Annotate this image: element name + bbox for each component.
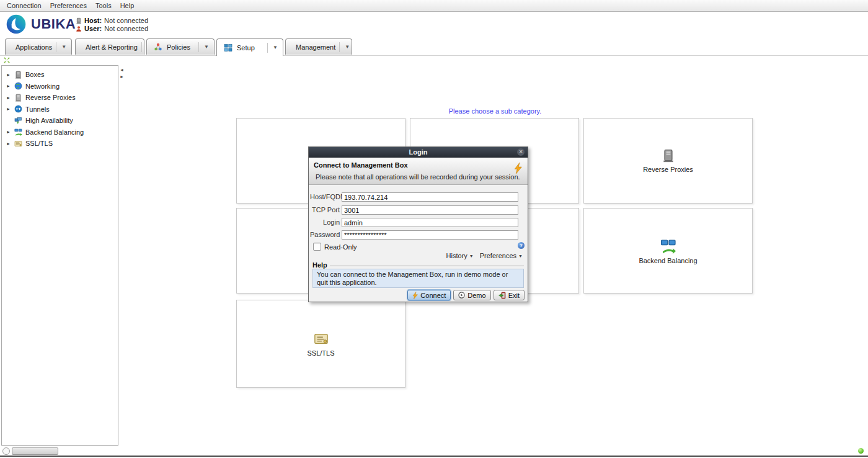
dialog-titlebar[interactable]: Login [309,147,528,158]
tab-applications[interactable]: Applications ▼ [5,38,72,55]
tab-label: Management [296,43,335,51]
sidebar-item-label: Networking [25,83,60,90]
login-dialog: Login ✕ Connect to Management Box Please… [308,146,528,302]
tab-label: Setup [237,44,255,52]
lightning-icon [514,163,522,174]
dialog-heading: Connect to Management Box [314,161,408,169]
tab-label: Alert & Reporting [86,43,138,51]
category-card-ssl-tls[interactable]: SSL/TLS [236,300,405,388]
read-only-label: Read-Only [324,243,357,251]
sidebar-item-label: Tunnels [25,106,50,113]
close-icon[interactable]: ✕ [517,148,525,156]
server-icon [14,71,22,79]
history-menu-button[interactable]: History ▼ [446,252,474,259]
menu-connection[interactable]: Connection [2,2,46,9]
tab-label: Policies [167,43,190,51]
chevron-down-icon[interactable]: ▼ [267,43,279,53]
collapse-all-icon[interactable] [3,56,11,64]
horizontal-scrollbar-thumb[interactable] [12,447,58,455]
expand-arrow-icon[interactable]: ► [6,130,11,134]
sidebar-item-ssl-tls[interactable]: ► SSL/TLS [2,138,118,150]
password-row: Password [309,230,528,240]
category-card-backend-balancing[interactable]: Backend Balancing [583,208,753,294]
login-row: Login [309,218,528,227]
chevron-down-icon[interactable]: ▼ [198,42,210,52]
dialog-menus: History ▼ Preferences ▼ [446,252,523,259]
exit-button[interactable]: Exit [494,290,525,300]
host-label: Host: [84,17,102,24]
user-value: Not connected [104,25,148,32]
host-fqdn-row: Host/FQDN [309,192,528,202]
expand-arrow-icon[interactable]: ► [6,107,11,111]
tab-label: Applications [16,43,52,51]
sidebar-item-reverse-proxies[interactable]: ► Reverse Proxies [2,92,118,104]
expand-arrow-icon[interactable]: ► [6,141,11,146]
window-bottom-border [0,456,868,457]
tcp-port-label: TCP Port [310,205,340,215]
user-label: User: [84,25,102,32]
user-status-row: User: Not connected [76,25,148,32]
login-input[interactable] [342,218,518,227]
sidebar-item-label: Boxes [25,71,45,78]
sidebar-item-tunnels[interactable]: ► Tunnels [2,104,118,115]
tabbar-baseline [0,55,868,56]
server-icon [14,94,22,102]
host-fqdn-input[interactable] [342,192,518,202]
sidebar-item-label: High Availability [25,117,73,124]
password-label: Password [310,230,340,240]
chevron-down-icon[interactable]: ▼ [339,42,351,52]
chevron-down-icon[interactable]: ▼ [56,42,68,52]
expand-arrow-icon[interactable]: ► [6,73,11,77]
history-label: History [446,252,467,259]
card-label: SSL/TLS [307,349,334,357]
host-value: Not connected [104,17,148,24]
sidebar-item-backend-balancing[interactable]: ► Backend Balancing [2,127,118,138]
high-availability-icon [14,117,22,125]
server-icon [662,149,675,163]
tab-alert-reporting[interactable]: Alert & Reporting ▼ [75,38,144,55]
ubika-logo-icon [5,13,27,35]
sidebar-splitter[interactable]: ◄ ► [120,66,125,80]
sub-category-prompt: Please choose a sub category. [236,107,754,115]
tab-setup[interactable]: Setup ▼ [216,38,283,56]
load-balancing-icon [660,238,676,254]
tab-policies[interactable]: Policies ▼ [146,38,215,55]
menu-tools[interactable]: Tools [91,2,116,9]
connect-label: Connect [420,292,446,299]
application-window: Connection Preferences Tools Help UBIKA … [0,0,868,458]
connection-status: Host: Not connected User: Not connected [76,17,148,33]
sidebar-item-high-availability[interactable]: ► High Availability [2,115,118,127]
preferences-label: Preferences [480,252,516,259]
chevron-down-icon: ▼ [518,254,523,258]
splitter-right-arrow-icon[interactable]: ► [120,73,125,80]
sidebar-item-boxes[interactable]: ► Boxes [2,69,118,81]
expand-arrow-icon[interactable]: ► [6,96,11,100]
dialog-note: Please note that all operations will be … [316,173,520,181]
host-server-icon [76,17,82,24]
sidebar-item-label: Backend Balancing [25,128,84,136]
read-only-checkbox[interactable] [313,243,321,251]
splitter-left-arrow-icon[interactable]: ◄ [120,66,125,73]
tunnel-icon [14,105,22,113]
menu-help[interactable]: Help [116,2,139,9]
tcp-port-input[interactable] [342,205,518,215]
dialog-header: Connect to Management Box Please note th… [309,158,528,185]
help-question-icon[interactable]: ? [518,242,525,249]
card-label: Reverse Proxies [643,166,693,173]
dialog-buttons: Connect Demo Exit [407,290,525,300]
menu-preferences[interactable]: Preferences [46,2,91,9]
category-card-reverse-proxies[interactable]: Reverse Proxies [583,118,753,204]
help-text-box: You can connect to the Management Box, r… [312,269,524,288]
host-status-row: Host: Not connected [76,17,148,24]
demo-button[interactable]: Demo [453,290,490,300]
password-input[interactable] [342,230,518,240]
expand-arrow-icon[interactable]: ► [6,84,11,88]
play-icon [458,292,465,299]
tab-management[interactable]: Management ▼ [285,38,352,55]
preferences-menu-button[interactable]: Preferences ▼ [480,252,523,259]
sidebar-item-networking[interactable]: ► Networking [2,81,118,92]
connect-button[interactable]: Connect [407,290,451,300]
brand-name: UBIKA [31,16,76,32]
exit-label: Exit [508,292,520,299]
statusbar-indicator[interactable] [2,447,10,455]
